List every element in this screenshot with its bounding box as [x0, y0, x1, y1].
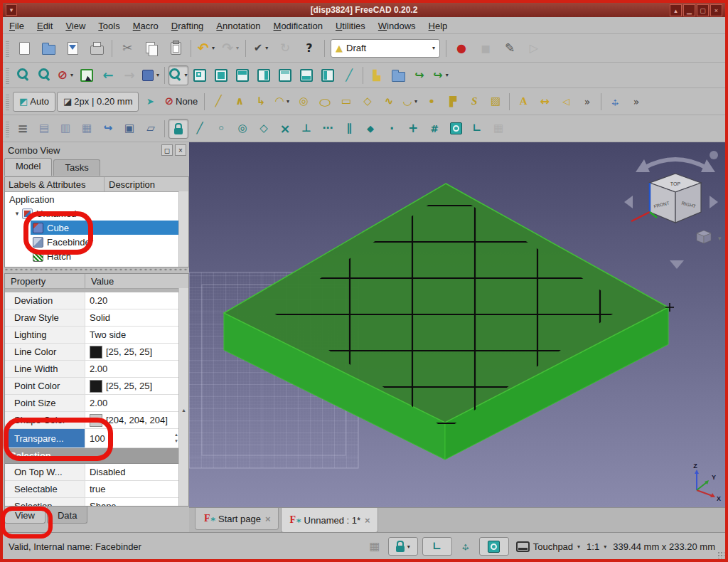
- property-row-line-width[interactable]: Line Width2.00: [5, 361, 179, 378]
- snap-parallel[interactable]: ∥: [339, 119, 359, 139]
- property-row-shape-color[interactable]: Shape Color[204, 204, 204]: [5, 412, 179, 429]
- draft-line[interactable]: ╱: [208, 92, 228, 112]
- expand-caret-icon[interactable]: ▾: [12, 210, 22, 217]
- snap-working-plane[interactable]: [446, 119, 466, 139]
- menu-item-drafting[interactable]: Drafting: [165, 19, 210, 33]
- property-row-transpare[interactable]: Transpare...100▲▼: [5, 429, 179, 448]
- menu-item-windows[interactable]: Windows: [372, 19, 422, 33]
- workbench-selector[interactable]: ▲Draft▾: [331, 39, 440, 58]
- draft-bspline[interactable]: ∿: [379, 92, 399, 112]
- macro-play[interactable]: ▷: [523, 37, 545, 60]
- color-swatch[interactable]: [90, 414, 102, 427]
- print[interactable]: [85, 37, 108, 60]
- annotation-label[interactable]: ◁: [556, 92, 576, 112]
- snap-angle[interactable]: ◇: [254, 119, 274, 139]
- close-button[interactable]: ×: [710, 4, 722, 16]
- layer-manager-2[interactable]: ▥: [55, 119, 75, 139]
- property-row-point-size[interactable]: Point Size2.00: [5, 395, 179, 412]
- snap-endpoint[interactable]: ╱: [190, 119, 210, 139]
- resize-grip[interactable]: [717, 551, 724, 558]
- maximize-button[interactable]: ▢: [697, 4, 709, 16]
- tree-scrollbar[interactable]: [178, 191, 188, 267]
- close-tab-icon[interactable]: ×: [365, 515, 370, 526]
- property-row-line-color[interactable]: Line Color[25, 25, 25]: [5, 344, 179, 361]
- snap-dimensions[interactable]: ∟: [467, 119, 487, 139]
- scale-selector[interactable]: 1:1 ▾: [587, 541, 606, 552]
- snap-center[interactable]: ◎: [232, 119, 252, 139]
- draft-circle[interactable]: ◎: [294, 92, 314, 112]
- tab-data[interactable]: Data: [47, 507, 87, 524]
- minimize-button[interactable]: ▁: [683, 4, 695, 16]
- tree-item-facebinder[interactable]: Facebinder: [31, 235, 188, 249]
- copy[interactable]: [140, 37, 163, 60]
- draft-fillet[interactable]: ↳: [251, 92, 271, 112]
- box-selection[interactable]: [77, 65, 97, 85]
- snap-intersection[interactable]: ×: [275, 119, 295, 139]
- view-top[interactable]: [232, 65, 252, 85]
- close-panel-button[interactable]: ×: [175, 144, 186, 156]
- tree-item-unnamed[interactable]: ▾Unnamed: [5, 206, 188, 221]
- new-file[interactable]: [13, 37, 36, 60]
- fit-all[interactable]: [13, 65, 33, 85]
- snap-ortho[interactable]: +: [403, 119, 423, 139]
- color-swatch[interactable]: [90, 346, 102, 359]
- menu-item-file[interactable]: File: [3, 19, 31, 33]
- tree-item-application[interactable]: Application: [5, 192, 188, 206]
- view-axonometric[interactable]: [190, 65, 210, 85]
- annotation-overflow[interactable]: »: [577, 92, 597, 112]
- property-row-selection[interactable]: Selection ...Shape: [5, 498, 179, 507]
- snap-lock[interactable]: [168, 119, 188, 139]
- draft-hatch[interactable]: ▨: [486, 92, 505, 112]
- measure-distance[interactable]: ╱: [339, 65, 359, 85]
- menu-item-view[interactable]: View: [59, 19, 92, 33]
- title-bar[interactable]: ▾ [disp3824] FreeCAD 0.20.2 ▴▁▢×: [3, 3, 725, 17]
- viewport-canvas[interactable]: TOP FRONT RIGHT ▾ Z: [189, 142, 725, 507]
- snap-grid[interactable]: #: [424, 119, 444, 139]
- refresh[interactable]: ↻: [274, 37, 296, 60]
- autogroup-none[interactable]: ⊘None: [161, 92, 200, 111]
- redo[interactable]: ↷▾: [219, 37, 242, 60]
- annotation-dimension[interactable]: ↔: [535, 92, 555, 112]
- property-row-selectable[interactable]: Selectabletrue: [5, 481, 179, 498]
- tab-model[interactable]: Model: [4, 158, 52, 176]
- tree-item-cube[interactable]: Cube: [31, 221, 178, 235]
- navcube-menu-caret-icon[interactable]: ▾: [718, 235, 722, 242]
- status-working-plane[interactable]: [479, 537, 509, 556]
- group-folder[interactable]: [388, 65, 408, 85]
- menu-item-tools[interactable]: Tools: [92, 19, 126, 33]
- validate[interactable]: ✔▾: [250, 37, 272, 60]
- layers[interactable]: ≡: [13, 119, 33, 139]
- property-value[interactable]: 100▲▼: [85, 429, 179, 447]
- navcube-mini-cube-icon[interactable]: [697, 230, 711, 243]
- 3d-viewport[interactable]: TOP FRONT RIGHT ▾ Z: [189, 142, 725, 507]
- status-move-mode[interactable]: [456, 537, 475, 556]
- menu-item-edit[interactable]: Edit: [31, 19, 59, 33]
- view-left[interactable]: [318, 65, 338, 85]
- modify-overflow[interactable]: »: [626, 92, 646, 112]
- tree-item-hatch[interactable]: Hatch: [31, 249, 188, 263]
- toolbar-handle[interactable]: [6, 67, 9, 84]
- window-menu-icon[interactable]: ▾: [6, 4, 17, 16]
- property-group-selection[interactable]: Selection: [5, 448, 179, 464]
- part-tool[interactable]: ▙: [367, 65, 387, 85]
- macro-record[interactable]: ●: [450, 37, 473, 60]
- modify-move[interactable]: [605, 92, 625, 112]
- nav-forward[interactable]: →: [119, 65, 139, 85]
- draft-polyline[interactable]: ∧: [230, 92, 250, 112]
- cut[interactable]: ✂: [116, 37, 139, 60]
- undo[interactable]: ↶▾: [195, 37, 218, 60]
- select-group[interactable]: ▣: [119, 119, 139, 139]
- snap-near[interactable]: ∙: [382, 119, 402, 139]
- add-to-group[interactable]: ↪: [98, 119, 118, 139]
- whats-this[interactable]: ?: [298, 37, 321, 60]
- layer-manager[interactable]: ▤: [34, 119, 54, 139]
- snap-special[interactable]: ◆: [360, 119, 380, 139]
- working-plane-proxy[interactable]: ▱: [141, 119, 161, 139]
- navcube-top-label[interactable]: TOP: [670, 181, 681, 186]
- draft-arc-tools[interactable]: ◠▾: [272, 92, 292, 112]
- draft-ellipse[interactable]: ○: [315, 92, 335, 112]
- menu-item-annotation[interactable]: Annotation: [210, 19, 267, 33]
- nav-back[interactable]: ←: [98, 65, 118, 85]
- draft-rectangle[interactable]: ▭: [336, 92, 356, 112]
- view-bottom[interactable]: [296, 65, 316, 85]
